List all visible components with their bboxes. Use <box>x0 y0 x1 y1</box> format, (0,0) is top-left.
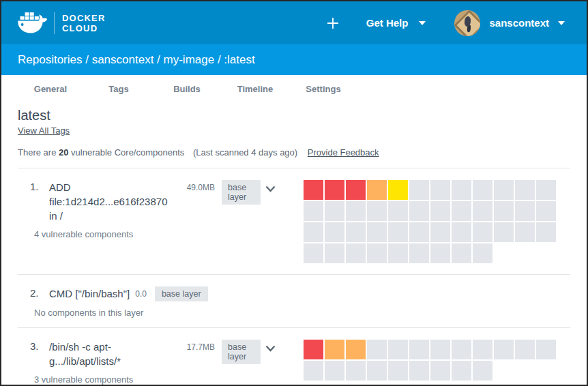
vulnerability-cell-gray <box>515 222 535 242</box>
vulnerable-count: 20 <box>59 147 68 158</box>
layer-head: 1.ADDfile:1d214d2...e616f23870in /49.0MB… <box>30 180 276 223</box>
vulnerability-cell-red <box>325 180 344 200</box>
vulnerability-cell-gray <box>473 243 493 263</box>
vulnerability-cell-gray <box>304 361 323 381</box>
vulnerability-cell-gray <box>388 201 408 221</box>
vulnerability-cell-gray <box>515 180 535 200</box>
vulnerability-summary: There are 20 vulnerable Core/components … <box>18 147 570 168</box>
base-layer-badge: base layer <box>222 180 261 205</box>
layer-info: 1.ADDfile:1d214d2...e616f23870in /49.0MB… <box>30 180 276 239</box>
expand-layer-chevron-down-icon[interactable] <box>265 340 276 355</box>
vulnerability-cell-gray <box>346 243 366 263</box>
vulnerability-cell-gray <box>367 361 387 381</box>
vulnerability-cell-gray <box>536 180 556 200</box>
vulnerability-cell-gray <box>409 180 429 200</box>
layer-info: 2.CMD ["/bin/bash"]0.0base layerNo compo… <box>30 286 276 318</box>
vulnerability-cell-orange <box>346 340 366 359</box>
expand-layer-chevron-down-icon[interactable] <box>265 180 276 195</box>
vulnerability-cell-gray <box>367 340 387 359</box>
vulnerability-cell-gray <box>515 340 535 359</box>
docker-whale-icon <box>16 10 48 37</box>
vulnerability-grid-row <box>304 180 557 200</box>
tab-general[interactable]: General <box>16 84 85 94</box>
vulnerability-cell-gray <box>388 222 408 242</box>
vulnerability-cell-gray <box>388 243 408 263</box>
vulnerability-cell-gray <box>346 201 366 221</box>
vulnerability-cell-gray <box>473 180 493 200</box>
layer-command: ADDfile:1d214d2...e616f23870in / <box>49 180 186 223</box>
vulnerability-cell-gray <box>494 180 514 200</box>
layer-command: /bin/sh -c apt-g.../lib/apt/lists/* <box>49 340 186 368</box>
get-help-menu[interactable]: Get Help <box>366 17 426 29</box>
vulnerability-cell-gray <box>452 243 471 263</box>
breadcrumb[interactable]: Repositories / sanscontext / my-image / … <box>18 53 255 67</box>
vulnerability-cell-gray <box>409 243 429 263</box>
layer-number: 2. <box>30 286 49 299</box>
vulnerability-grid <box>304 180 557 265</box>
tab-tags[interactable]: Tags <box>85 84 153 94</box>
plus-icon <box>327 17 339 29</box>
vulnerability-cell-gray <box>430 340 450 359</box>
vulnerability-cell-gray <box>452 180 471 200</box>
vulnerability-cell-gray <box>452 222 471 242</box>
breadcrumb-bar: Repositories / sanscontext / my-image / … <box>1 44 587 75</box>
vulnerability-cell-gray <box>325 243 344 263</box>
layer-components-note: 4 vulnerable components <box>34 229 276 239</box>
brand-divider <box>54 12 55 34</box>
last-scanned-text: (Last scanned 4 days ago) <box>193 147 297 158</box>
vulnerability-cell-gray <box>409 201 429 221</box>
vulnerability-cell-gray <box>494 222 514 242</box>
vulnerability-cell-red <box>304 180 323 200</box>
chevron-down-icon[interactable] <box>558 21 565 25</box>
vulnerability-cell-gray <box>473 222 493 242</box>
summary-suffix: vulnerable Core/components <box>71 147 184 158</box>
tab-timeline[interactable]: Timeline <box>221 84 289 94</box>
vulnerability-cell-gray <box>536 201 556 221</box>
vulnerability-cell-gray <box>367 222 387 242</box>
vulnerability-cell-gray <box>452 201 471 221</box>
vulnerability-cell-gray <box>452 361 471 381</box>
username-menu[interactable]: sanscontext <box>489 17 549 29</box>
vulnerability-cell-gray <box>430 243 450 263</box>
vulnerability-cell-gray <box>367 243 387 263</box>
chevron-down-icon <box>419 21 426 25</box>
vulnerability-cell-gray <box>452 340 471 359</box>
layer-info: 3./bin/sh -c apt-g.../lib/apt/lists/*17.… <box>30 340 276 385</box>
vulnerability-cell-gray <box>473 201 493 221</box>
docker-cloud-window: DOCKER CLOUD Get Help sanscontext Reposi… <box>0 0 588 386</box>
tab-settings[interactable]: Settings <box>289 84 357 94</box>
tab-builds[interactable]: Builds <box>153 84 221 94</box>
vulnerability-cell-gray <box>325 201 344 221</box>
brand-wordmark: DOCKER CLOUD <box>62 13 106 33</box>
vulnerability-cell-yellow <box>388 180 408 200</box>
docker-cloud-logo[interactable]: DOCKER CLOUD <box>16 10 106 37</box>
vulnerability-cell-gray <box>388 361 408 381</box>
top-navigation-bar: DOCKER CLOUD Get Help sanscontext <box>1 1 587 44</box>
vulnerability-cell-red <box>304 340 323 359</box>
layer-head: 3./bin/sh -c apt-g.../lib/apt/lists/*17.… <box>30 340 276 368</box>
view-all-tags-link[interactable]: View All Tags <box>18 125 70 136</box>
vulnerability-cell-gray <box>304 243 323 263</box>
tag-title: latest <box>18 108 570 123</box>
vulnerability-grid-row <box>304 340 557 359</box>
repo-tabs: GeneralTagsBuildsTimelineSettings <box>1 75 587 100</box>
layer-command-line: CMD ["/bin/bash"] <box>49 286 130 301</box>
layer-row: 1.ADDfile:1d214d2...e616f23870in /49.0MB… <box>18 168 570 275</box>
vulnerability-grid-row <box>304 243 557 263</box>
layer-row: 2.CMD ["/bin/bash"]0.0base layerNo compo… <box>18 275 570 328</box>
layer-components-note: No components in this layer <box>34 308 276 318</box>
layer-command: CMD ["/bin/bash"] <box>49 286 130 301</box>
vulnerability-cell-gray <box>409 222 429 242</box>
create-plus-button[interactable] <box>327 17 339 29</box>
vulnerability-grid-row <box>304 201 557 221</box>
layer-command-line: file:1d214d2...e616f23870 <box>49 194 186 209</box>
layer-command-line: in / <box>49 209 186 223</box>
vulnerability-cell-gray <box>536 222 556 242</box>
layer-size: 0.0 <box>135 286 147 299</box>
vulnerability-cell-orange <box>367 180 387 200</box>
user-avatar[interactable] <box>454 10 480 36</box>
layer-head: 2.CMD ["/bin/bash"]0.0base layer <box>30 286 276 301</box>
layer-size: 49.0MB <box>187 180 215 192</box>
vulnerability-cell-gray <box>430 201 450 221</box>
provide-feedback-link[interactable]: Provide Feedback <box>308 147 379 158</box>
